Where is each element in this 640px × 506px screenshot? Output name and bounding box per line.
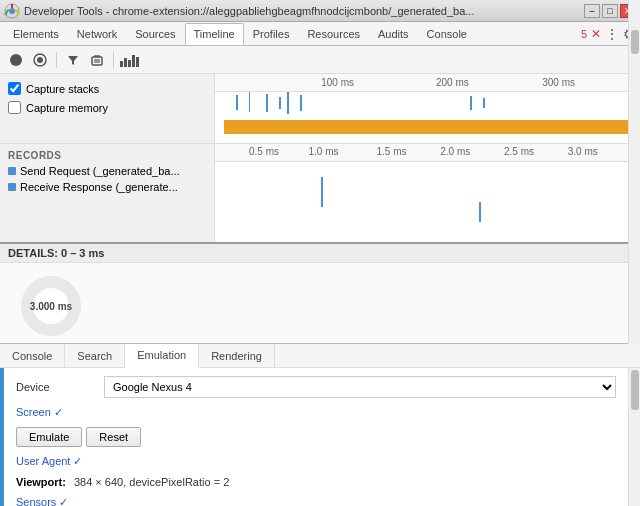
record-event-receive (479, 202, 481, 222)
bottom-scroll-thumb[interactable] (631, 370, 639, 410)
capture-stacks-label: Capture stacks (26, 83, 99, 95)
capture-memory-row: Capture memory (8, 101, 206, 114)
ruler-mark-200ms: 200 ms (436, 77, 469, 88)
ruler-mark-1-5ms: 1.5 ms (377, 146, 407, 157)
emulation-panel: Device Google Nexus 4 Screen ✓ Emulate R… (4, 368, 628, 506)
timeline-area: Capture stacks Capture memory 100 ms 200… (0, 74, 640, 244)
timeline-bar (287, 92, 289, 114)
settings-list-icon[interactable]: ⋮ (605, 26, 619, 42)
svg-point-4 (37, 57, 43, 63)
details-area: DETAILS: 0 – 3 ms 3.000 ms (0, 244, 640, 344)
list-item-receive-response[interactable]: Receive Response (_generate... (0, 179, 214, 195)
checkboxes-panel: Capture stacks Capture memory (0, 74, 215, 143)
bottom-scrollbar[interactable] (628, 368, 640, 506)
timeline-ruler: 100 ms 200 ms 300 ms (215, 74, 640, 92)
tab-audits[interactable]: Audits (369, 23, 418, 45)
ruler-mark-300ms: 300 ms (542, 77, 575, 88)
record-dot (8, 167, 16, 175)
title-bar: Developer Tools - chrome-extension://ale… (0, 0, 640, 22)
timeline-graph-body[interactable] (215, 92, 640, 143)
emulate-button[interactable]: Emulate (16, 427, 82, 447)
capture-memory-checkbox[interactable] (8, 101, 21, 114)
timeline-bar (470, 96, 472, 110)
viewport-label: Viewport: (16, 476, 66, 488)
details-header: DETAILS: 0 – 3 ms (0, 244, 640, 263)
maximize-button[interactable]: □ (602, 4, 618, 18)
sensors-label[interactable]: Sensors ✓ (16, 496, 68, 506)
delete-button[interactable] (87, 50, 107, 70)
toolbar-separator-2 (113, 52, 114, 68)
ruler-mark-1-0ms: 1.0 ms (309, 146, 339, 157)
tab-profiles[interactable]: Profiles (244, 23, 299, 45)
timeline-graph-top: 100 ms 200 ms 300 ms (215, 74, 640, 143)
records-area: RECORDS Send Request (_generated_ba... R… (0, 144, 640, 242)
bottom-tabs: Console Search Emulation Rendering (0, 344, 640, 368)
device-select[interactable]: Google Nexus 4 (104, 376, 616, 398)
tab-timeline[interactable]: Timeline (185, 23, 244, 45)
tab-network[interactable]: Network (68, 23, 126, 45)
device-label: Device (16, 381, 96, 393)
timeline-bar (236, 95, 238, 110)
tab-sources[interactable]: Sources (126, 23, 184, 45)
toolbar (0, 46, 640, 74)
chrome-icon (4, 3, 20, 19)
timeline-bar (279, 97, 281, 109)
record-event-send (321, 177, 323, 207)
tab-search-bottom[interactable]: Search (65, 344, 125, 367)
toolbar-separator-1 (56, 52, 57, 68)
stop-button[interactable] (30, 50, 50, 70)
record-label: Receive Response (_generate... (20, 181, 178, 193)
user-agent-label[interactable]: User Agent ✓ (16, 455, 82, 468)
details-scroll-thumb[interactable] (631, 30, 639, 54)
error-icon: ✕ (591, 27, 601, 41)
tab-console-bottom[interactable]: Console (0, 344, 65, 367)
capture-stacks-row: Capture stacks (8, 82, 206, 95)
window-title: Developer Tools - chrome-extension://ale… (24, 5, 584, 17)
ruler-mark-3-0ms: 3.0 ms (568, 146, 598, 157)
tab-elements[interactable]: Elements (4, 23, 68, 45)
user-agent-row: User Agent ✓ (16, 455, 616, 468)
viewport-row: Viewport: 384 × 640, devicePixelRatio = … (16, 476, 616, 488)
details-body: 3.000 ms (0, 263, 640, 349)
capture-stacks-checkbox[interactable] (8, 82, 21, 95)
timeline-controls: Capture stacks Capture memory 100 ms 200… (0, 74, 640, 144)
device-setting-row: Device Google Nexus 4 (16, 376, 616, 398)
svg-point-2 (10, 54, 22, 66)
ruler-mark-100ms: 100 ms (321, 77, 354, 88)
record-label: Send Request (_generated_ba... (20, 165, 180, 177)
capture-memory-label: Capture memory (26, 102, 108, 114)
tab-console[interactable]: Console (418, 23, 476, 45)
svg-point-1 (9, 8, 15, 14)
bottom-panel: Console Search Emulation Rendering Devic… (0, 344, 640, 506)
minimize-button[interactable]: – (584, 4, 600, 18)
sensors-row: Sensors ✓ (16, 496, 616, 506)
tab-resources[interactable]: Resources (298, 23, 369, 45)
record-button[interactable] (6, 50, 26, 70)
ruler-mark-2-5ms: 2.5 ms (504, 146, 534, 157)
reset-button[interactable]: Reset (86, 427, 141, 447)
pie-value-label: 3.000 ms (30, 301, 72, 312)
bottom-content: Device Google Nexus 4 Screen ✓ Emulate R… (0, 368, 640, 506)
screen-label[interactable]: Screen ✓ (16, 406, 63, 419)
records-right-panel: 0.5 ms 1.0 ms 1.5 ms 2.0 ms 2.5 ms 3.0 m… (215, 144, 640, 242)
nav-tabs: Elements Network Sources Timeline Profil… (0, 22, 640, 46)
list-item-send-request[interactable]: Send Request (_generated_ba... (0, 163, 214, 179)
records-ruler: 0.5 ms 1.0 ms 1.5 ms 2.0 ms 2.5 ms 3.0 m… (215, 144, 640, 162)
record-dot (8, 183, 16, 191)
timeline-bar (249, 92, 250, 112)
memory-bar (224, 120, 636, 134)
ruler-mark-2-0ms: 2.0 ms (440, 146, 470, 157)
details-pie-chart: 3.000 ms (16, 271, 86, 341)
records-header: RECORDS (0, 148, 214, 163)
screen-setting-row: Screen ✓ (16, 406, 616, 419)
tab-rendering-bottom[interactable]: Rendering (199, 344, 275, 367)
records-graph-body[interactable] (215, 162, 640, 242)
filter-button[interactable] (63, 50, 83, 70)
records-left-panel: RECORDS Send Request (_generated_ba... R… (0, 144, 215, 242)
tab-emulation-bottom[interactable]: Emulation (125, 344, 199, 368)
chart-icon[interactable] (120, 53, 139, 67)
timeline-bar (483, 98, 485, 108)
ruler-mark-0-5ms: 0.5 ms (249, 146, 279, 157)
main-content: Capture stacks Capture memory 100 ms 200… (0, 74, 640, 506)
error-count[interactable]: 5 (581, 28, 587, 40)
